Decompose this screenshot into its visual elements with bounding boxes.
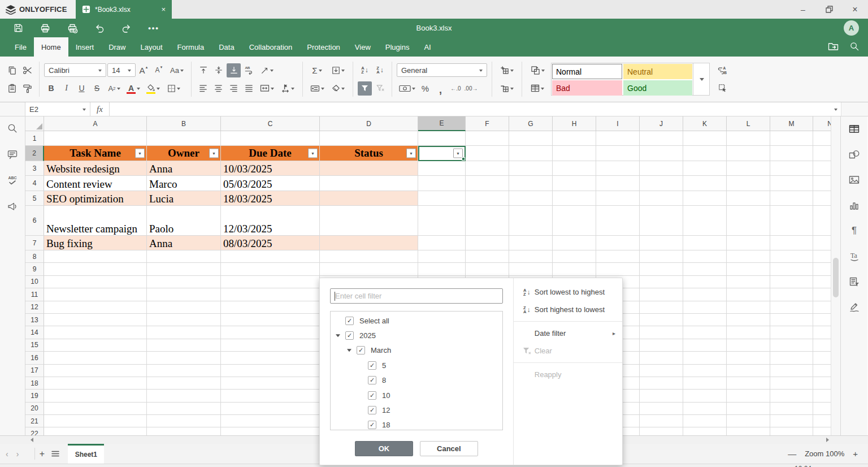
name-box[interactable]: E2 <box>25 102 90 116</box>
column-header-L[interactable]: L <box>727 116 770 131</box>
formula-input[interactable] <box>110 102 830 116</box>
cell-K9[interactable] <box>683 263 727 275</box>
cell-K13[interactable] <box>683 314 727 326</box>
cell-L5[interactable] <box>727 191 770 206</box>
date-filter-item[interactable]: Date filter▸ <box>514 325 622 342</box>
cell-L2[interactable] <box>727 146 770 161</box>
filter-button[interactable] <box>358 81 372 96</box>
row-header-22[interactable]: 22 <box>25 427 44 435</box>
collapse-arrow-icon[interactable] <box>347 349 351 354</box>
cell-J11[interactable] <box>640 288 683 301</box>
filter-item-10[interactable]: ✓10 <box>331 388 502 403</box>
column-header-G[interactable]: G <box>509 116 553 131</box>
cell-N12[interactable] <box>813 301 831 314</box>
row-header-19[interactable]: 19 <box>25 390 44 402</box>
cell-D2[interactable]: Status▼ <box>320 146 418 161</box>
align-middle-button[interactable] <box>211 63 225 77</box>
align-bottom-button[interactable] <box>227 63 241 77</box>
cell-J16[interactable] <box>640 352 683 364</box>
insert-cells-button[interactable] <box>497 63 517 77</box>
cell-G8[interactable] <box>509 250 553 263</box>
cell-B14[interactable] <box>147 326 221 339</box>
row-header-3[interactable]: 3 <box>25 161 44 176</box>
ok-button[interactable]: OK <box>355 441 413 456</box>
cell-B10[interactable] <box>147 276 221 288</box>
decrease-decimal-button[interactable]: ←.0 <box>449 81 463 96</box>
cell-K3[interactable] <box>683 161 727 176</box>
cell-C4[interactable]: 05/03/2025 <box>221 176 320 191</box>
cell-F8[interactable] <box>466 250 509 263</box>
format-painter-button[interactable] <box>20 81 34 96</box>
zoom-in-button[interactable]: + <box>853 449 858 459</box>
cell-L19[interactable] <box>727 390 770 402</box>
open-file-location-icon[interactable] <box>828 42 839 53</box>
cell-N1[interactable] <box>813 131 831 146</box>
cell-I8[interactable] <box>596 250 640 263</box>
cell-D3[interactable] <box>320 161 418 176</box>
cell-I7[interactable] <box>596 236 640 250</box>
tab-draw[interactable]: Draw <box>101 37 133 57</box>
fill-handle[interactable] <box>462 157 465 161</box>
cell-C7[interactable]: 08/03/2025 <box>221 236 320 250</box>
row-header-5[interactable]: 5 <box>25 191 44 206</box>
cell-A1[interactable] <box>44 131 147 146</box>
cell-G4[interactable] <box>509 176 553 191</box>
cell-N9[interactable] <box>813 263 831 275</box>
column-header-K[interactable]: K <box>683 116 727 131</box>
comments-icon[interactable] <box>5 146 20 162</box>
cell-I4[interactable] <box>596 176 640 191</box>
currency-style-button[interactable] <box>397 81 417 96</box>
cell-C3[interactable]: 10/03/2025 <box>221 161 320 176</box>
align-right-button[interactable] <box>227 81 241 96</box>
chart-settings-icon[interactable] <box>847 197 862 213</box>
filter-item-select-all[interactable]: ✓Select all <box>331 313 502 328</box>
cell-F2[interactable] <box>466 146 509 161</box>
cell-L15[interactable] <box>727 339 770 352</box>
cell-G5[interactable] <box>509 191 553 206</box>
column-header-E[interactable]: E <box>418 116 466 131</box>
increase-font-size-button[interactable]: A▲ <box>137 63 151 77</box>
filter-search-box[interactable] <box>330 288 503 304</box>
feedback-icon[interactable] <box>5 198 20 214</box>
paste-button[interactable] <box>5 81 19 96</box>
cell-M2[interactable] <box>770 146 813 161</box>
cell-M7[interactable] <box>770 236 813 250</box>
cut-button[interactable] <box>20 63 34 77</box>
cell-N20[interactable] <box>813 403 831 415</box>
cell-L22[interactable] <box>727 427 770 435</box>
cell-J3[interactable] <box>640 161 683 176</box>
row-header-7[interactable]: 7 <box>25 236 44 250</box>
cell-K4[interactable] <box>683 176 727 191</box>
styles-gallery-expand-button[interactable] <box>693 63 709 95</box>
cell-N21[interactable] <box>813 415 831 427</box>
cell-B19[interactable] <box>147 390 221 402</box>
cell-A18[interactable] <box>44 377 147 390</box>
cell-C19[interactable] <box>221 390 320 402</box>
column-header-H[interactable]: H <box>553 116 596 131</box>
row-header-2[interactable]: 2 <box>25 146 44 161</box>
row-header-4[interactable]: 4 <box>25 176 44 191</box>
cell-L9[interactable] <box>727 263 770 275</box>
cell-L16[interactable] <box>727 352 770 364</box>
tab-layout[interactable]: Layout <box>133 37 170 57</box>
cell-A6[interactable]: Newsletter campaign <box>44 206 147 236</box>
cell-J15[interactable] <box>640 339 683 352</box>
row-header-20[interactable]: 20 <box>25 403 44 415</box>
replace-button[interactable]: AB <box>715 63 730 77</box>
cell-I6[interactable] <box>596 206 640 236</box>
subscript-button[interactable]: A2 <box>105 81 123 96</box>
cell-H4[interactable] <box>553 176 596 191</box>
cell-J18[interactable] <box>640 377 683 390</box>
cell-A21[interactable] <box>44 415 147 427</box>
previous-sheet-button[interactable]: ‹ <box>6 449 8 459</box>
cell-E2[interactable]: ▼ <box>418 146 466 161</box>
cell-F7[interactable] <box>466 236 509 250</box>
cell-I3[interactable] <box>596 161 640 176</box>
cell-K7[interactable] <box>683 236 727 250</box>
column-header-F[interactable]: F <box>466 116 509 131</box>
cell-F3[interactable] <box>466 161 509 176</box>
cell-D6[interactable] <box>320 206 418 236</box>
cell-M21[interactable] <box>770 415 813 427</box>
cell-M10[interactable] <box>770 276 813 288</box>
row-header-10[interactable]: 10 <box>25 276 44 288</box>
